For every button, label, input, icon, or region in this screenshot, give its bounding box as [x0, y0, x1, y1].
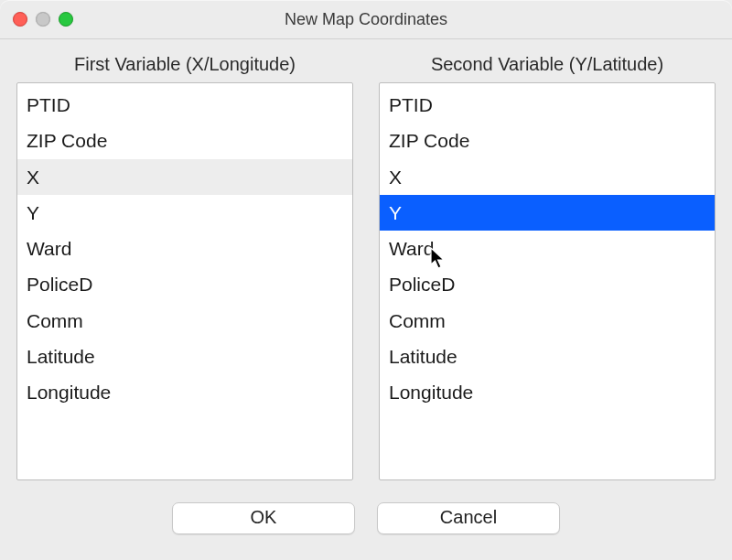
- list-item[interactable]: X: [17, 159, 352, 195]
- list-item[interactable]: Ward: [17, 231, 352, 266]
- left-panel-label: First Variable (X/Longitude): [16, 54, 353, 75]
- left-panel: First Variable (X/Longitude) PTIDZIP Cod…: [16, 50, 353, 480]
- list-item[interactable]: Comm: [17, 303, 352, 339]
- left-listbox[interactable]: PTIDZIP CodeXYWardPoliceDCommLatitudeLon…: [16, 82, 353, 480]
- list-item[interactable]: Latitude: [380, 339, 715, 374]
- list-item[interactable]: Latitude: [17, 339, 352, 374]
- list-item[interactable]: PoliceD: [17, 266, 352, 302]
- content-area: First Variable (X/Longitude) PTIDZIP Cod…: [0, 39, 732, 488]
- list-item[interactable]: ZIP Code: [380, 123, 715, 158]
- maximize-icon[interactable]: [59, 12, 73, 27]
- dialog-footer: OK Cancel: [0, 488, 732, 560]
- list-item[interactable]: Longitude: [380, 374, 715, 410]
- list-item[interactable]: Longitude: [17, 374, 352, 410]
- window-title: New Map Coordinates: [0, 10, 732, 29]
- right-listbox[interactable]: PTIDZIP CodeXYWardPoliceDCommLatitudeLon…: [379, 82, 716, 480]
- dialog-window: New Map Coordinates First Variable (X/Lo…: [0, 0, 732, 560]
- list-item[interactable]: PTID: [17, 87, 352, 123]
- close-icon[interactable]: [13, 12, 27, 27]
- list-item[interactable]: ZIP Code: [17, 123, 352, 158]
- ok-button[interactable]: OK: [172, 502, 355, 534]
- right-panel-label: Second Variable (Y/Latitude): [379, 54, 716, 75]
- list-item[interactable]: Y: [17, 195, 352, 231]
- minimize-icon: [36, 12, 50, 27]
- list-item[interactable]: PoliceD: [380, 266, 715, 302]
- list-item[interactable]: Y: [380, 195, 715, 231]
- list-item[interactable]: PTID: [380, 87, 715, 123]
- list-item[interactable]: Comm: [380, 303, 715, 339]
- list-item[interactable]: Ward: [380, 231, 715, 266]
- right-panel: Second Variable (Y/Latitude) PTIDZIP Cod…: [379, 50, 716, 480]
- list-item[interactable]: X: [380, 159, 715, 195]
- titlebar: New Map Coordinates: [0, 0, 732, 39]
- traffic-lights: [13, 12, 73, 27]
- cancel-button[interactable]: Cancel: [377, 502, 560, 534]
